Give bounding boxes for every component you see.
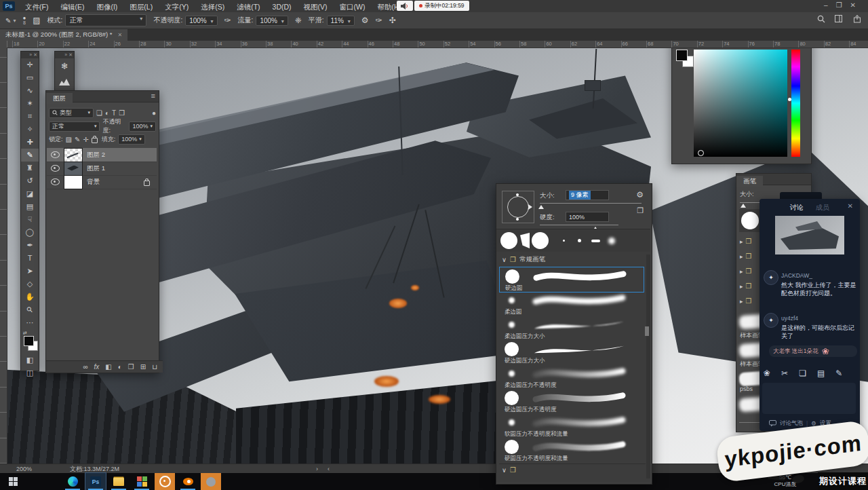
brush-preset-picker[interactable]: ●8 [22,16,26,25]
healing-brush-tool[interactable]: ✚ [21,136,39,149]
zoom-level[interactable]: 200% [16,466,32,472]
recent-brush[interactable] [532,232,549,249]
lock-all-icon[interactable] [92,138,98,143]
shape-tool[interactable]: ◇ [21,278,39,290]
eraser-tool[interactable]: ◪ [21,187,39,200]
taskbar-explorer[interactable] [108,473,129,490]
histogram-panel-icon[interactable] [55,75,74,91]
opacity-select[interactable]: 100% ▾ [185,16,217,26]
airbrush-icon[interactable]: ❈ [295,16,302,25]
menu-select[interactable]: 选择(S) [195,1,231,12]
layer-name[interactable]: 图层 2 [87,151,105,159]
brush-preset-soft-pressure-opacity[interactable]: 柔边圆压力不透明度 [499,364,643,389]
layer-thumbnail[interactable] [64,162,83,176]
brush-preset-hard-round[interactable]: 硬边圆 [499,267,644,293]
dock-folder-row[interactable]: ▸❒ [740,297,752,305]
visibility-eye-icon[interactable] [51,165,60,172]
taskbar-photoshop[interactable]: Ps [85,473,106,490]
recent-brush[interactable] [520,233,530,248]
lock-paint-icon[interactable]: ✎ [75,136,80,143]
add-mask-icon[interactable]: ◧ [105,363,111,371]
layer-row-2[interactable]: 图层 2 [47,148,157,162]
dock-folder-row[interactable]: ▸❒ [740,238,752,245]
brush-hardness-field[interactable]: 100% [566,212,609,222]
menu-window[interactable]: 窗口(W) [334,1,372,12]
menu-3d[interactable]: 3D(D) [267,1,298,11]
quick-mask-icon[interactable]: ◧ [21,354,39,366]
edit-icon[interactable]: ✎ [835,369,842,378]
type-tool[interactable]: T [21,252,39,265]
image-upload-icon[interactable]: ❏ [799,369,806,378]
symmetry-icon[interactable]: ✣ [389,16,396,25]
lock-position-icon[interactable]: ✛ [83,136,88,143]
taskbar-app-orange[interactable] [201,473,221,490]
dock-size-handle[interactable] [741,204,746,208]
brush-preset-hard-pressure-size[interactable]: 硬边圆压力大小 [499,340,643,364]
menu-image[interactable]: 图像(I) [90,1,123,12]
lock-transparent-icon[interactable]: ▨ [66,136,72,143]
restore-button[interactable]: ❐ [836,1,850,9]
brush-preset-hard-opacity-flow[interactable]: 硬圆压力不透明度和流量 [499,438,643,462]
layer-blend-select[interactable]: 正常▾ [49,121,100,132]
layers-tab[interactable]: 图层 [46,93,73,104]
filter-toggle-icon[interactable]: ● [152,109,156,117]
taskbar-recorder[interactable] [155,473,175,490]
recent-brush[interactable] [608,238,615,244]
new-preset-icon[interactable]: ❐ [637,206,644,215]
brush-preset-soft-round[interactable]: 柔边圆 [499,291,643,316]
brush-preset-soft-pressure-size[interactable]: 柔边圆压力大小 [499,316,643,340]
menu-filter[interactable]: 滤镜(T) [231,1,266,12]
flow-select[interactable]: 100% ▾ [256,16,288,26]
recent-brush[interactable] [563,240,565,242]
pen-tool[interactable]: ✒ [21,239,39,252]
brushes-tab[interactable]: 画笔 [736,176,763,187]
layer-row-background[interactable]: 背景 [47,175,157,189]
minimize-button[interactable]: – [824,1,836,9]
gradient-tool[interactable]: ▤ [21,200,39,213]
dock-folder-row[interactable]: ▸❒ [740,252,752,260]
scrollbar-thumb[interactable] [645,326,649,336]
collapsed-dock-header[interactable]: » ✕ [55,52,74,58]
color-picker-ring[interactable] [698,150,704,156]
layer-filter-select[interactable]: 类型▾ [49,108,94,118]
layer-fill-select[interactable]: 100%▾ [118,134,145,145]
quick-select-tool[interactable]: ✶ [21,97,39,110]
new-layer-icon[interactable]: ⊞ [140,363,146,371]
swap-colors-icon[interactable]: ⇄ [23,331,27,336]
brush-preset-hard-pressure-opacity[interactable]: 硬边圆压力不透明度 [499,389,643,413]
chat-close-icon[interactable]: ✕ [848,202,853,210]
avatar[interactable]: ✦ [764,313,778,328]
layer-name[interactable]: 背景 [87,178,100,187]
status-next-icon[interactable]: › [316,466,318,472]
speaker-icon[interactable] [397,1,413,11]
filter-adjust-icon[interactable]: ◐ [105,109,109,117]
delete-layer-icon[interactable]: ⊔ [152,363,157,371]
brush-hardness-slider[interactable] [540,225,618,225]
brush-tool[interactable]: ✎ [21,149,39,162]
brush-angle-control[interactable] [502,191,534,223]
flower-gift-icon[interactable]: ❀ [764,369,770,378]
menu-layer[interactable]: 图层(L) [123,1,159,12]
marquee-tool[interactable]: ▭ [21,71,39,84]
visibility-eye-icon[interactable] [51,178,60,185]
dock-folder-row[interactable]: ▸❒ [740,282,752,290]
visibility-eye-icon[interactable] [51,151,60,158]
clone-stamp-tool[interactable]: ♜ [21,162,39,174]
document-close-icon[interactable]: ✕ [117,32,122,38]
smudge-tool[interactable]: ☟ [21,213,39,226]
dodge-tool[interactable]: ◯ [21,226,39,239]
layers-menu-icon[interactable]: ≡ [151,92,155,100]
layer-thumbnail[interactable] [64,175,83,189]
tab-members[interactable]: 成员 [816,203,829,212]
menu-view[interactable]: 视图(V) [298,1,334,12]
adjustment-layer-icon[interactable]: ◐ [118,363,122,371]
brush-preset-soft-opacity-flow[interactable]: 软圆压力不透明度和流量 [499,413,643,438]
hue-slider-dot[interactable] [788,98,791,101]
eyedropper-tool[interactable]: ✧ [21,123,39,136]
filter-image-icon[interactable]: ❏ [96,109,102,117]
close-button[interactable]: ✕ [850,1,864,9]
layer-name[interactable]: 图层 1 [87,164,105,173]
tool-preset-icon[interactable]: ✎▾ [5,17,16,24]
shared-image-thumbnail[interactable] [775,216,844,255]
brush-group-header[interactable]: ∨❒ 常规画笔 [496,254,650,265]
